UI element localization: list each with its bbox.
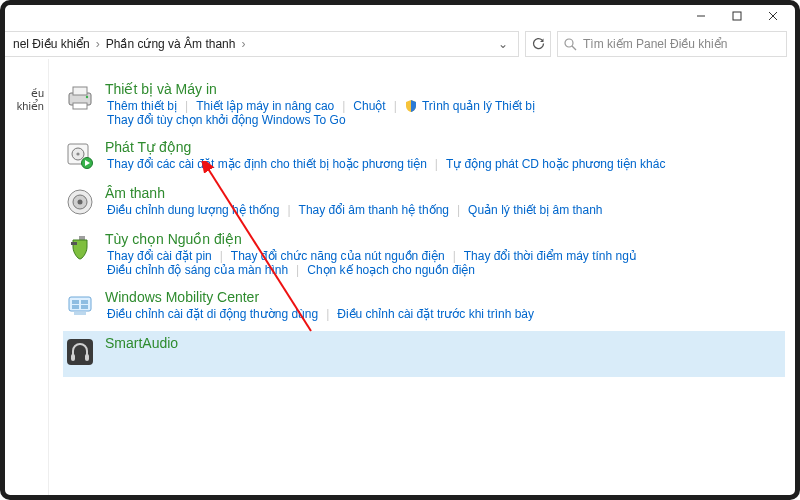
mobility-icon [63, 289, 97, 323]
breadcrumb[interactable]: nel Điều khiển › Phần cứng và Âm thanh ›… [5, 31, 519, 57]
svg-rect-8 [73, 103, 87, 109]
section-autoplay: Phát Tự động Thay đổi các cài đặt mặc đị… [63, 135, 785, 181]
svg-point-16 [78, 200, 83, 205]
section-title[interactable]: Tùy chọn Nguồn điện [105, 231, 785, 249]
section-title[interactable]: Phát Tự động [105, 139, 785, 157]
search-icon [564, 38, 577, 51]
close-button[interactable] [755, 7, 791, 25]
svg-rect-22 [81, 300, 88, 304]
breadcrumb-seg-1[interactable]: nel Điều khiển [9, 37, 94, 51]
speaker-icon [63, 185, 97, 219]
svg-rect-1 [733, 12, 741, 20]
section-power-options: Tùy chọn Nguồn điện Thay đổi cài đặt pin… [63, 227, 785, 285]
refresh-button[interactable] [525, 31, 551, 57]
link-brightness[interactable]: Điều chỉnh độ sáng của màn hình [105, 263, 290, 277]
autoplay-icon [63, 139, 97, 173]
headphones-icon [63, 335, 97, 369]
svg-point-4 [565, 39, 573, 47]
svg-rect-20 [74, 312, 86, 315]
address-bar: nel Điều khiển › Phần cứng và Âm thanh ›… [5, 29, 795, 59]
chevron-right-icon: › [94, 37, 102, 51]
link-add-device[interactable]: Thêm thiết bị [105, 99, 179, 113]
svg-rect-7 [73, 87, 87, 95]
svg-rect-21 [72, 300, 79, 304]
link-power-plan[interactable]: Chọn kế hoạch cho nguồn điện [305, 263, 477, 277]
shield-icon [405, 100, 417, 112]
chevron-down-icon[interactable]: ⌄ [494, 37, 512, 51]
minimize-button[interactable] [683, 7, 719, 25]
link-battery-settings[interactable]: Thay đổi cài đặt pin [105, 249, 214, 263]
svg-rect-17 [79, 236, 85, 240]
sidebar: ều khiển [5, 59, 49, 495]
link-autoplay-cd[interactable]: Tự động phát CD hoặc phương tiện khác [444, 157, 667, 171]
svg-point-9 [86, 96, 88, 98]
section-title[interactable]: SmartAudio [105, 335, 785, 353]
content-area: Thiết bị và Máy in Thêm thiết bị | Thiết… [49, 59, 795, 495]
link-mobility-common[interactable]: Điều chỉnh cài đặt di động thường dùng [105, 307, 320, 321]
svg-rect-24 [81, 305, 88, 309]
link-windows-to-go[interactable]: Thay đổi tùy chọn khởi động Windows To G… [105, 113, 348, 127]
link-autoplay-defaults[interactable]: Thay đổi các cài đặt mặc định cho thiết … [105, 157, 429, 171]
section-smartaudio[interactable]: SmartAudio [63, 331, 785, 377]
link-manage-audio[interactable]: Quản lý thiết bị âm thanh [466, 203, 604, 217]
search-input[interactable]: Tìm kiếm Panel Điều khiển [557, 31, 787, 57]
printer-icon [63, 81, 97, 115]
sidebar-label: ều khiển [5, 87, 44, 113]
section-sound: Âm thanh Điều chỉnh dung lượng hệ thống … [63, 181, 785, 227]
link-presentation-settings[interactable]: Điều chỉnh cài đặt trước khi trình bày [335, 307, 536, 321]
section-title[interactable]: Thiết bị và Máy in [105, 81, 785, 99]
link-power-button[interactable]: Thay đổi chức năng của nút nguồn điện [229, 249, 447, 263]
svg-point-12 [76, 152, 79, 155]
link-mouse[interactable]: Chuột [351, 99, 387, 113]
link-adjust-volume[interactable]: Điều chỉnh dung lượng hệ thống [105, 203, 281, 217]
section-title[interactable]: Windows Mobility Center [105, 289, 785, 307]
svg-rect-25 [67, 339, 93, 365]
link-device-manager[interactable]: Trình quản lý Thiết bị [403, 99, 537, 113]
svg-rect-18 [71, 242, 77, 245]
svg-line-5 [572, 46, 576, 50]
search-placeholder: Tìm kiếm Panel Điều khiển [583, 37, 727, 51]
link-change-sounds[interactable]: Thay đổi âm thanh hệ thống [297, 203, 451, 217]
section-mobility-center: Windows Mobility Center Điều chỉnh cài đ… [63, 285, 785, 331]
window-titlebar [5, 5, 795, 29]
power-icon [63, 231, 97, 265]
breadcrumb-seg-2[interactable]: Phần cứng và Âm thanh [102, 37, 240, 51]
section-title[interactable]: Âm thanh [105, 185, 785, 203]
svg-rect-23 [72, 305, 79, 309]
section-devices-printers: Thiết bị và Máy in Thêm thiết bị | Thiết… [63, 77, 785, 135]
maximize-button[interactable] [719, 7, 755, 25]
chevron-right-icon: › [239, 37, 247, 51]
link-setup-printer[interactable]: Thiết lập máy in nâng cao [194, 99, 336, 113]
svg-rect-27 [85, 354, 89, 361]
link-sleep-time[interactable]: Thay đổi thời điểm máy tính ngủ [462, 249, 639, 263]
svg-rect-26 [71, 354, 75, 361]
